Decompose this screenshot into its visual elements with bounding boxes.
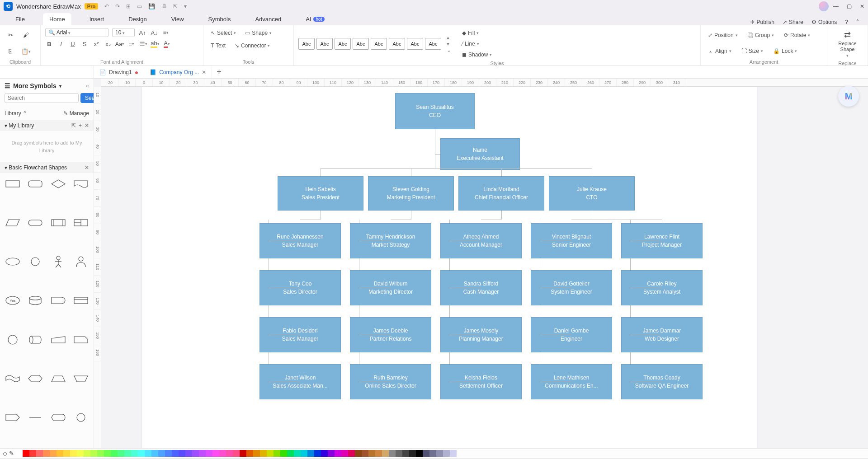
close-lib-icon[interactable]: ✕ [85,122,89,129]
no-fill-icon[interactable]: ◇ [3,450,7,457]
replace-shape-button[interactable]: ⇄ Replace Shape [832,28,863,60]
org-l2-3[interactable]: Julie KrauseCTO [549,176,635,211]
color-swatch[interactable] [253,450,260,457]
color-swatch[interactable] [70,450,77,457]
shape-actor[interactable] [49,254,67,269]
color-swatch[interactable] [118,450,124,457]
symbol-search-button[interactable]: Search [80,93,94,103]
org-ea[interactable]: NameExecutive Assistant [440,138,520,170]
my-library-dropzone[interactable]: Drag symbols here to add to My Library [0,131,94,162]
position-button[interactable]: ⤢ Position [705,30,741,40]
color-swatch[interactable] [199,450,206,457]
add-lib-icon[interactable]: + [79,122,82,129]
tab-design[interactable]: Design [122,13,153,25]
color-swatch[interactable] [389,450,396,457]
superscript-icon[interactable]: x² [92,40,100,48]
eyedropper-icon[interactable]: ✎ [9,450,14,457]
fill-button[interactable]: ◆ Fill [459,28,495,38]
color-swatch[interactable] [328,450,335,457]
highlight-icon[interactable]: ab [151,40,159,48]
tab-view[interactable]: View [165,13,190,25]
tab-file[interactable]: File [9,13,31,25]
color-swatch[interactable] [226,450,233,457]
close-section-icon[interactable]: ✕ [85,164,89,171]
color-swatch[interactable] [77,450,84,457]
color-swatch[interactable] [172,450,179,457]
rotate-button[interactable]: ⟳ Rotate [781,30,813,40]
bold-icon[interactable]: B [45,40,53,48]
color-swatch[interactable] [335,450,341,457]
color-swatch[interactable] [348,450,355,457]
color-swatch[interactable] [402,450,409,457]
color-swatch[interactable] [16,450,23,457]
shape-circle[interactable] [26,254,44,269]
shape-trapezoid2[interactable] [72,371,90,386]
color-swatch[interactable] [368,450,375,457]
print-icon[interactable]: 🖶 [161,3,167,9]
shape-manual-input[interactable] [49,333,67,347]
line-spacing-icon[interactable]: ≡ [127,40,136,48]
color-swatch[interactable] [151,450,158,457]
redo-icon[interactable]: ↷ [115,3,120,9]
group-button[interactable]: ⿻ Group [745,30,777,40]
underline-icon[interactable]: U [69,40,77,48]
style-preset-6[interactable]: Abc [389,38,405,50]
color-swatch[interactable] [429,450,436,457]
minimize-icon[interactable]: — [833,3,839,9]
copy-icon[interactable]: ⎘ [6,47,14,56]
color-swatch[interactable] [29,450,36,457]
tab-home[interactable]: Home [43,13,71,25]
color-swatch[interactable] [111,450,118,457]
color-swatch[interactable] [423,450,429,457]
size-button[interactable]: ⛶ Size [739,46,766,56]
shadow-button[interactable]: ◼ Shadow [459,50,495,60]
close-tab-icon[interactable]: ✕ [202,69,206,75]
symbol-search-input[interactable] [5,93,79,103]
shape-diamond[interactable] [49,177,67,191]
style-down-icon[interactable]: ▾ [447,41,451,47]
color-swatch[interactable] [450,450,457,457]
share-button[interactable]: ↗ Share [783,19,803,25]
color-swatch[interactable] [50,450,57,457]
export-icon[interactable]: ⇱ [173,3,178,9]
line-button[interactable]: ∕ Line [459,39,495,49]
color-swatch[interactable] [362,450,368,457]
shape-delay[interactable] [49,293,67,308]
color-swatch[interactable] [301,450,307,457]
style-preset-7[interactable]: Abc [407,38,423,50]
publish-button[interactable]: ✈ Publish [750,19,774,25]
shape-rounded-rect[interactable] [26,177,44,191]
font-color-icon[interactable]: A [163,40,171,48]
org-ceo[interactable]: Sean StusalitusCEO [395,93,475,129]
color-swatch[interactable] [158,450,165,457]
text-tool[interactable]: 𝖳 Text [208,41,228,51]
color-swatch[interactable] [104,450,111,457]
org-l2-1[interactable]: Steven GoldingMarketing President [368,176,454,211]
color-swatch[interactable] [23,450,29,457]
italic-icon[interactable]: I [57,40,65,48]
shape-display[interactable] [49,410,67,425]
undo-icon[interactable]: ↶ [104,3,109,9]
flowchart-shapes-header[interactable]: ▾ Basic Flowchart Shapes ✕ [0,162,94,173]
color-swatch[interactable] [375,450,382,457]
shape-pentagon[interactable] [4,410,22,425]
shape-tape[interactable] [4,371,22,386]
bullets-icon[interactable]: ☰ [139,40,147,48]
case-icon[interactable]: Aa [116,40,124,48]
align-text-icon[interactable]: ≡ [162,28,170,37]
lock-button[interactable]: 🔒 Lock [770,46,800,56]
color-swatch[interactable] [314,450,321,457]
save-icon[interactable]: 💾 [148,3,155,9]
shape-card[interactable] [72,293,90,308]
maximize-icon[interactable]: ▢ [847,3,852,9]
color-swatch[interactable] [267,450,274,457]
doc-tab-company-org[interactable]: 📘 Company Org ... ✕ [144,66,212,78]
shape-ellipse[interactable] [4,254,22,269]
strike-icon[interactable]: S [80,40,89,48]
color-swatch[interactable] [246,450,253,457]
shape-subprocess[interactable] [49,215,67,230]
color-swatch[interactable] [382,450,389,457]
color-swatch[interactable] [90,450,97,457]
color-swatch[interactable] [274,450,280,457]
color-swatch[interactable] [409,450,416,457]
